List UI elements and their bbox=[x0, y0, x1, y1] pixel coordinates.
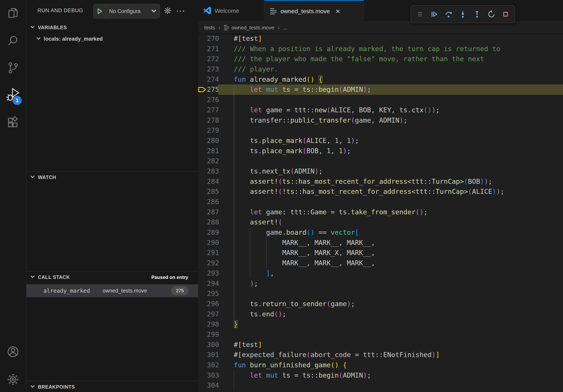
code-text[interactable]: ); bbox=[218, 278, 563, 289]
code-text[interactable] bbox=[218, 329, 563, 340]
views-and-more-actions-button[interactable]: ··· bbox=[176, 6, 186, 16]
sidebar-item-explorer[interactable] bbox=[0, 6, 26, 23]
toolbar-drag-handle[interactable] bbox=[414, 9, 425, 20]
breakpoint-margin[interactable] bbox=[198, 105, 207, 115]
code-line-278[interactable]: 278 transfer::public_transfer(game, ADMI… bbox=[198, 115, 563, 126]
code-line-304[interactable]: 304 bbox=[198, 380, 563, 391]
variables-scope-locals[interactable]: locals: already_marked bbox=[26, 33, 198, 45]
code-line-301[interactable]: 301#[expected_failure(abort_code = ttt::… bbox=[198, 350, 563, 360]
code-line-295[interactable]: 295 bbox=[198, 288, 563, 299]
code-text[interactable]: assert!( bbox=[218, 217, 563, 227]
code-line-299[interactable]: 299 bbox=[198, 329, 563, 340]
breakpoint-margin[interactable] bbox=[198, 146, 207, 156]
code-line-277[interactable]: 277 let game = ttt::new(ALICE, BOB, KEY,… bbox=[198, 105, 563, 115]
code-line-287[interactable]: 287 let game: ttt::Game = ts.take_from_s… bbox=[198, 207, 563, 217]
code-text[interactable]: let game: ttt::Game = ts.take_from_sende… bbox=[218, 207, 563, 217]
breakpoint-margin[interactable] bbox=[198, 186, 207, 197]
breakpoint-margin[interactable] bbox=[198, 64, 207, 74]
breakpoint-margin[interactable] bbox=[198, 309, 207, 319]
breakpoint-margin[interactable] bbox=[198, 258, 207, 268]
code-line-285[interactable]: 285 assert!(!ts::has_most_recent_for_add… bbox=[198, 186, 563, 197]
breakpoint-margin[interactable] bbox=[198, 34, 207, 44]
section-header-call-stack[interactable]: CALL STACK Paused on entry bbox=[26, 271, 198, 283]
code-line-303[interactable]: 303 let mut ts = ts::begin(ADMIN); bbox=[198, 370, 563, 380]
breakpoint-margin[interactable] bbox=[198, 268, 207, 278]
code-line-298[interactable]: 298} bbox=[198, 319, 563, 329]
code-line-273[interactable]: 273/// player. bbox=[198, 64, 563, 74]
breakpoint-margin[interactable] bbox=[198, 74, 207, 85]
breakpoint-margin[interactable] bbox=[198, 370, 207, 380]
code-line-272[interactable]: 272/// the player who made the "false" m… bbox=[198, 54, 563, 64]
breakpoint-margin[interactable] bbox=[198, 136, 207, 146]
code-line-302[interactable]: 302fun burn_unfinished_game() { bbox=[198, 360, 563, 370]
breakpoint-margin[interactable] bbox=[198, 125, 207, 136]
code-text[interactable]: /// When a position is already marked, t… bbox=[218, 44, 563, 54]
restart-button[interactable] bbox=[486, 9, 497, 20]
code-line-281[interactable]: 281 ts.place_mark(BOB, 1, 1); bbox=[198, 146, 563, 156]
code-line-288[interactable]: 288 assert!( bbox=[198, 217, 563, 227]
code-text[interactable]: let game = ttt::new(ALICE, BOB, KEY, ts.… bbox=[218, 105, 563, 115]
section-header-variables[interactable]: VARIABLES bbox=[26, 22, 198, 33]
code-text[interactable]: ts.place_mark(BOB, 1, 1); bbox=[218, 146, 563, 156]
code-editor[interactable]: 270#[test]271/// When a position is alre… bbox=[198, 33, 563, 392]
breadcrumb-item-file[interactable]: owned_tests.move bbox=[231, 25, 274, 31]
sidebar-item-run-and-debug[interactable]: 1 bbox=[0, 86, 26, 104]
breakpoint-margin[interactable] bbox=[198, 278, 207, 289]
code-line-270[interactable]: 270#[test] bbox=[198, 34, 563, 44]
code-line-291[interactable]: 291 MARK__, MARK_X, MARK__, bbox=[198, 248, 563, 258]
breakpoint-margin[interactable] bbox=[198, 340, 207, 350]
breakpoint-margin[interactable] bbox=[198, 95, 207, 105]
breakpoint-margin[interactable] bbox=[198, 299, 207, 309]
code-text[interactable]: fun already_marked() { bbox=[218, 74, 563, 85]
code-text[interactable]: MARK__, MARK__, MARK__, bbox=[218, 238, 563, 248]
step-over-button[interactable] bbox=[443, 9, 454, 20]
code-line-284[interactable]: 284 assert!(ts::has_most_recent_for_addr… bbox=[198, 176, 563, 187]
code-line-290[interactable]: 290 MARK__, MARK__, MARK__, bbox=[198, 238, 563, 248]
breakpoint-margin[interactable] bbox=[198, 288, 207, 299]
settings-button[interactable] bbox=[0, 371, 26, 389]
code-text[interactable]: /// the player who made the "false" move… bbox=[218, 54, 563, 64]
close-icon[interactable]: ✕ bbox=[335, 8, 340, 15]
breakpoint-margin[interactable] bbox=[198, 227, 207, 238]
code-text[interactable]: ts.next_tx(ADMIN); bbox=[218, 166, 563, 176]
tab-owned-tests-move[interactable]: owned_tests.move ✕ bbox=[264, 0, 364, 22]
breakpoint-margin[interactable] bbox=[198, 217, 207, 227]
code-text[interactable]: transfer::public_transfer(game, ADMIN); bbox=[218, 115, 563, 126]
sidebar-item-extensions[interactable] bbox=[0, 114, 26, 132]
code-text[interactable]: ], bbox=[218, 268, 563, 278]
section-header-breakpoints[interactable]: BREAKPOINTS bbox=[26, 381, 198, 392]
account-button[interactable] bbox=[0, 343, 26, 361]
sidebar-item-search[interactable] bbox=[0, 33, 26, 51]
code-text[interactable]: assert!(!ts::has_most_recent_for_address… bbox=[218, 186, 563, 197]
code-text[interactable]: ts.end(); bbox=[218, 309, 563, 319]
code-text[interactable] bbox=[218, 197, 563, 207]
code-text[interactable]: game.board() == vector[ bbox=[218, 227, 563, 238]
stop-button[interactable] bbox=[500, 9, 511, 20]
code-line-282[interactable]: 282 bbox=[198, 156, 563, 166]
code-line-275[interactable]: 275 let mut ts = ts::begin(ADMIN); bbox=[198, 84, 563, 95]
breadcrumb-item-symbol[interactable]: ... bbox=[283, 25, 287, 31]
code-text[interactable]: #[test] bbox=[218, 340, 563, 350]
breakpoint-margin[interactable] bbox=[198, 166, 207, 176]
code-text[interactable]: MARK__, MARK__, MARK__, bbox=[218, 258, 563, 268]
code-line-293[interactable]: 293 ], bbox=[198, 268, 563, 278]
breakpoint-margin[interactable] bbox=[198, 319, 207, 329]
continue-button[interactable] bbox=[429, 9, 440, 20]
breakpoint-margin[interactable] bbox=[198, 329, 207, 340]
start-debugging-button[interactable] bbox=[94, 4, 106, 18]
code-text[interactable]: #[test] bbox=[218, 34, 563, 44]
breakpoint-margin[interactable] bbox=[198, 54, 207, 64]
breakpoint-margin[interactable] bbox=[198, 350, 207, 360]
breakpoint-margin[interactable] bbox=[198, 360, 207, 370]
code-text[interactable]: } bbox=[218, 319, 563, 329]
code-line-289[interactable]: 289 game.board() == vector[ bbox=[198, 227, 563, 238]
code-text[interactable]: MARK__, MARK_X, MARK__, bbox=[218, 248, 563, 258]
code-text[interactable] bbox=[218, 95, 563, 105]
step-into-button[interactable] bbox=[457, 9, 468, 20]
code-line-279[interactable]: 279 bbox=[198, 125, 563, 136]
debug-settings-button[interactable] bbox=[163, 6, 173, 16]
code-text[interactable]: /// player. bbox=[218, 64, 563, 74]
code-text[interactable] bbox=[218, 380, 563, 391]
step-out-button[interactable] bbox=[472, 9, 483, 20]
code-line-300[interactable]: 300#[test] bbox=[198, 340, 563, 350]
